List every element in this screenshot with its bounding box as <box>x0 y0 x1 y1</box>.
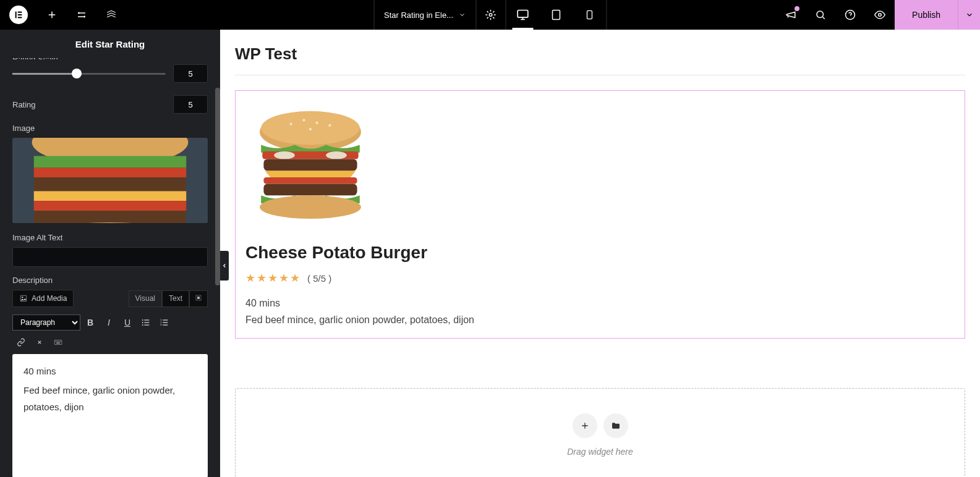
dropzone[interactable]: Drag widget here <box>235 388 965 477</box>
slider-thumb[interactable] <box>72 69 82 78</box>
folder-icon <box>611 421 621 431</box>
publish-button[interactable]: Publish <box>895 0 958 30</box>
rating-row: ★★★★★ ( 5/5 ) <box>245 271 955 285</box>
add-media-button[interactable]: Add Media <box>12 290 74 307</box>
rating-scale-label-cut: Rating Scale <box>12 58 208 59</box>
image-alt-input[interactable] <box>12 247 208 267</box>
format-select[interactable]: Paragraph <box>12 314 80 331</box>
device-desktop-button[interactable] <box>506 0 539 30</box>
star-rating-widget[interactable]: Cheese Potato Burger ★★★★★ ( 5/5 ) 40 mi… <box>235 90 965 339</box>
elementor-logo[interactable] <box>0 0 37 30</box>
dropzone-hint: Drag widget here <box>567 447 633 457</box>
media-toolbar: Add Media Visual Text <box>12 290 208 307</box>
svg-point-26 <box>142 324 143 326</box>
canvas: WP Test Cheese Pota <box>220 30 980 477</box>
whats-new-button[interactable] <box>776 0 806 30</box>
description-editor[interactable]: 40 mins Fed beef mince, garlic onion pow… <box>12 354 208 477</box>
widget-image <box>245 101 375 230</box>
svg-rect-2 <box>18 14 22 15</box>
keyboard-button[interactable] <box>49 334 67 350</box>
device-switcher <box>506 0 607 30</box>
sidebar-header: Edit Star Rating <box>0 30 220 58</box>
device-mobile-button[interactable] <box>573 0 606 30</box>
svg-rect-1 <box>18 12 22 13</box>
bold-button[interactable]: B <box>82 314 99 331</box>
svg-rect-52 <box>263 159 357 171</box>
add-element-button[interactable] <box>37 0 67 30</box>
svg-point-8 <box>817 11 824 18</box>
svg-rect-7 <box>587 11 592 19</box>
rating-scale-input[interactable] <box>173 64 208 83</box>
description-label: Description <box>12 276 208 285</box>
publish-dropdown-button[interactable] <box>958 0 980 30</box>
megaphone-icon <box>785 9 796 20</box>
chevron-left-icon <box>221 263 228 269</box>
svg-rect-3 <box>18 17 22 18</box>
help-button[interactable] <box>835 0 865 30</box>
svg-point-51 <box>326 151 347 159</box>
editor-line: Fed beef mince, garlic onion powder, pot… <box>23 382 197 415</box>
svg-point-45 <box>302 119 305 121</box>
svg-rect-0 <box>15 12 17 19</box>
number-list-button[interactable]: 123 <box>156 314 173 331</box>
editor-line: 40 mins <box>23 363 197 379</box>
finder-button[interactable] <box>806 0 835 30</box>
svg-rect-27 <box>144 319 149 320</box>
image-picker[interactable] <box>12 138 208 223</box>
topbar-left <box>0 0 126 30</box>
main: Edit Star Rating Rating Scale Rating Ima… <box>0 30 980 477</box>
svg-rect-40 <box>60 341 61 342</box>
add-media-label: Add Media <box>32 294 67 303</box>
svg-rect-13 <box>34 156 186 168</box>
svg-rect-29 <box>144 324 149 325</box>
media-icon <box>19 294 28 303</box>
preview-button[interactable] <box>865 0 895 30</box>
svg-point-46 <box>315 122 318 124</box>
svg-point-50 <box>274 151 295 159</box>
tab-text[interactable]: Text <box>162 290 189 307</box>
page-selector[interactable]: Star Rating in Ele... <box>373 0 476 30</box>
site-settings-button[interactable] <box>67 0 96 30</box>
tab-visual[interactable]: Visual <box>129 290 162 307</box>
svg-rect-14 <box>34 167 186 177</box>
underline-button[interactable]: U <box>119 314 136 331</box>
device-tablet-button[interactable] <box>539 0 573 30</box>
svg-rect-53 <box>263 177 357 184</box>
unlink-icon <box>35 338 44 347</box>
site-title: WP Test <box>235 44 965 64</box>
svg-point-24 <box>142 319 143 321</box>
tablet-icon <box>550 9 561 20</box>
mobile-icon <box>584 10 594 20</box>
svg-rect-39 <box>59 341 59 342</box>
link-button[interactable] <box>12 334 30 350</box>
divider <box>235 75 965 75</box>
bullet-list-button[interactable] <box>137 314 155 331</box>
add-widget-button[interactable] <box>573 413 597 438</box>
template-library-button[interactable] <box>603 413 628 438</box>
dropzone-buttons <box>573 413 628 438</box>
desktop-icon <box>516 9 529 21</box>
burger-thumbnail <box>12 138 208 223</box>
plus-icon <box>580 421 590 431</box>
svg-rect-33 <box>163 319 168 320</box>
page-settings-button[interactable] <box>476 0 506 30</box>
help-icon <box>845 9 856 20</box>
scrollbar-thumb[interactable] <box>215 88 220 285</box>
rating-input[interactable] <box>173 95 208 114</box>
tab-fullscreen[interactable] <box>189 290 208 307</box>
rating-scale-slider[interactable] <box>12 73 166 75</box>
svg-point-55 <box>260 195 361 219</box>
collapse-sidebar-button[interactable] <box>220 251 229 281</box>
structure-button[interactable] <box>96 0 126 30</box>
sidebar-content: Rating Scale Rating Image <box>0 58 220 477</box>
italic-button[interactable]: I <box>100 314 117 331</box>
slider-fill <box>12 73 77 75</box>
notification-dot <box>795 6 799 11</box>
svg-rect-34 <box>163 322 168 323</box>
rating-row: Rating <box>12 95 208 114</box>
unlink-button[interactable] <box>31 334 48 350</box>
star-icons: ★★★★★ <box>245 271 301 285</box>
svg-point-21 <box>22 297 23 298</box>
expand-icon <box>195 294 202 302</box>
topbar-right: Publish <box>776 0 980 30</box>
